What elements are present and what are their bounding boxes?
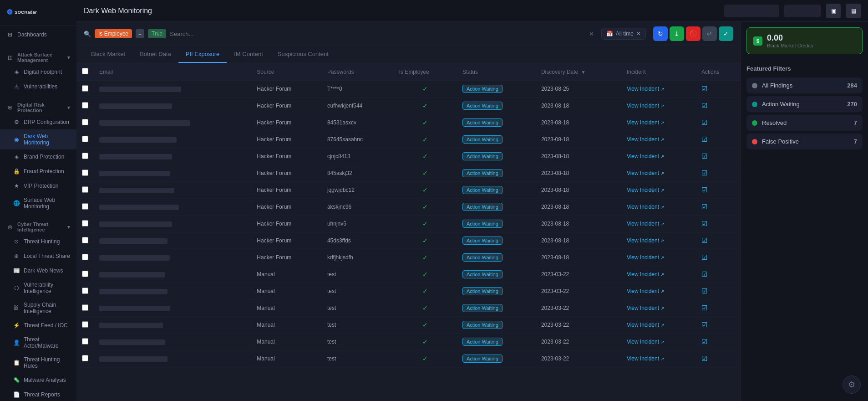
sidebar-item-dashboards[interactable]: ⊞ Dashboards bbox=[0, 27, 76, 42]
sidebar-item-local-threat-share[interactable]: ⊕ Local Threat Share bbox=[0, 249, 76, 263]
action-check-0[interactable]: ☑ bbox=[701, 85, 707, 93]
sidebar-item-vulnerabilities[interactable]: ⚠ Vulnerabilities bbox=[0, 79, 76, 94]
row-checkbox-8[interactable] bbox=[82, 220, 88, 226]
action-check-5[interactable]: ☑ bbox=[701, 169, 707, 177]
action-check-10[interactable]: ☑ bbox=[701, 253, 707, 261]
action-check-3[interactable]: ☑ bbox=[701, 135, 707, 143]
filter-tag-is-employee[interactable]: Is Employee bbox=[95, 29, 132, 38]
topbar-right: ▣ ▤ bbox=[724, 4, 861, 18]
filter-value-true[interactable]: True bbox=[148, 29, 166, 38]
action-check-9[interactable]: ☑ bbox=[701, 236, 707, 244]
search-clear-btn[interactable]: ✕ bbox=[589, 31, 594, 37]
row-checkbox-3[interactable] bbox=[82, 136, 88, 142]
filter-btn-refresh[interactable]: ↻ bbox=[653, 26, 668, 41]
view-incident-link-10[interactable]: View Incident ↗ bbox=[627, 254, 690, 261]
row-checkbox-0[interactable] bbox=[82, 85, 88, 92]
sidebar-item-digital-footprint[interactable]: ◈ Digital Footprint bbox=[0, 65, 76, 79]
sidebar-item-reports[interactable]: 📄 Threat Reports bbox=[0, 387, 76, 401]
view-incident-link-1[interactable]: View Incident ↗ bbox=[627, 103, 690, 109]
view-incident-link-16[interactable]: View Incident ↗ bbox=[627, 355, 690, 362]
sidebar-item-actor[interactable]: 👤 Threat Actor/Malware bbox=[0, 333, 76, 353]
sidebar-item-surface-web[interactable]: 🌐 Surface Web Monitoring bbox=[0, 193, 76, 213]
sidebar-item-brand-protection[interactable]: ◈ Brand Protection bbox=[0, 149, 76, 164]
sidebar-item-dark-web[interactable]: ◉ Dark Web Monitoring bbox=[0, 129, 76, 149]
action-check-12[interactable]: ☑ bbox=[701, 287, 707, 295]
view-incident-link-14[interactable]: View Incident ↗ bbox=[627, 322, 690, 328]
sidebar-item-drp-config[interactable]: ⚙ DRP Configuration bbox=[0, 115, 76, 129]
row-checkbox-13[interactable] bbox=[82, 304, 88, 311]
view-incident-link-7[interactable]: View Incident ↗ bbox=[627, 204, 690, 210]
view-incident-link-11[interactable]: View Incident ↗ bbox=[627, 271, 690, 278]
row-checkbox-7[interactable] bbox=[82, 203, 88, 210]
row-checkbox-9[interactable] bbox=[82, 237, 88, 243]
sidebar-item-cti[interactable]: ◎ Cyber Threat Intelligence ▾ bbox=[0, 217, 76, 234]
employee-check-icon: ✓ bbox=[422, 355, 428, 362]
action-check-16[interactable]: ☑ bbox=[701, 355, 707, 362]
view-incident-link-13[interactable]: View Incident ↗ bbox=[627, 305, 690, 311]
row-checkbox-15[interactable] bbox=[82, 338, 88, 344]
sidebar-item-hunting-rules[interactable]: 📋 Threat Hunting Rules bbox=[0, 353, 76, 373]
row-checkbox-4[interactable] bbox=[82, 153, 88, 159]
time-filter[interactable]: 📅 All time ✕ bbox=[601, 28, 646, 40]
tab-im-content[interactable]: IM Content bbox=[227, 46, 270, 63]
row-checkbox-11[interactable] bbox=[82, 271, 88, 277]
tab-botnet-data[interactable]: Botnet Data bbox=[132, 46, 178, 63]
row-checkbox-16[interactable] bbox=[82, 355, 88, 361]
tab-suspicious-content[interactable]: Suspicious Content bbox=[270, 46, 336, 63]
sidebar-item-vip[interactable]: ★ VIP Protection bbox=[0, 179, 76, 193]
sidebar-item-vuln-intel[interactable]: ⬡ Vulnerability Intelligence bbox=[0, 278, 76, 298]
action-check-4[interactable]: ☑ bbox=[701, 152, 707, 160]
action-check-2[interactable]: ☑ bbox=[701, 118, 707, 126]
row-checkbox-1[interactable] bbox=[82, 102, 88, 108]
view-incident-link-12[interactable]: View Incident ↗ bbox=[627, 288, 690, 294]
select-all-checkbox[interactable] bbox=[82, 68, 88, 74]
action-check-15[interactable]: ☑ bbox=[701, 338, 707, 345]
tab-pii-exposure[interactable]: PII Exposure bbox=[178, 46, 227, 63]
row-checkbox-2[interactable] bbox=[82, 119, 88, 125]
sidebar-item-drp[interactable]: ⛨ Digital Risk Protection ▾ bbox=[0, 98, 76, 115]
action-check-7[interactable]: ☑ bbox=[701, 203, 707, 211]
sidebar-item-threat-hunting[interactable]: ⊙ Threat Hunting bbox=[0, 234, 76, 249]
filter-item-action-waiting[interactable]: Action Waiting 270 bbox=[746, 96, 863, 112]
row-checkbox-10[interactable] bbox=[82, 254, 88, 260]
filter-btn-confirm[interactable]: ✓ bbox=[719, 26, 733, 41]
view-incident-link-4[interactable]: View Incident ↗ bbox=[627, 153, 690, 159]
view-incident-link-0[interactable]: View Incident ↗ bbox=[627, 86, 690, 92]
topbar-btn-1[interactable]: ▣ bbox=[826, 4, 841, 18]
settings-button[interactable]: ⚙ bbox=[843, 375, 861, 394]
search-icon[interactable]: 🔍 bbox=[84, 31, 91, 37]
view-incident-link-2[interactable]: View Incident ↗ bbox=[627, 119, 690, 126]
tab-black-market[interactable]: Black Market bbox=[84, 46, 132, 63]
action-check-6[interactable]: ☑ bbox=[701, 186, 707, 194]
row-checkbox-5[interactable] bbox=[82, 170, 88, 176]
sidebar-item-malware[interactable]: 🦠 Malware Analysis bbox=[0, 373, 76, 387]
row-checkbox-6[interactable] bbox=[82, 186, 88, 193]
filter-item-false-positive[interactable]: False Positive 7 bbox=[746, 134, 863, 149]
filter-btn-export[interactable]: ⤓ bbox=[670, 26, 684, 41]
topbar-btn-2[interactable]: ▤ bbox=[846, 4, 861, 18]
sidebar-item-fraud[interactable]: 🔒 Fraud Protection bbox=[0, 164, 76, 179]
row-checkbox-14[interactable] bbox=[82, 321, 88, 328]
view-incident-link-3[interactable]: View Incident ↗ bbox=[627, 136, 690, 143]
sidebar-item-ioc[interactable]: ⚡ Threat Feed / IOC bbox=[0, 318, 76, 333]
time-filter-clear[interactable]: ✕ bbox=[636, 31, 641, 37]
action-check-11[interactable]: ☑ bbox=[701, 270, 707, 278]
search-input[interactable] bbox=[170, 31, 585, 37]
sidebar-item-dark-web-news[interactable]: 📰 Dark Web News bbox=[0, 263, 76, 278]
view-incident-link-5[interactable]: View Incident ↗ bbox=[627, 170, 690, 176]
sidebar-item-supply-chain[interactable]: ⛓ Supply Chain Intelligence bbox=[0, 298, 76, 318]
view-incident-link-9[interactable]: View Incident ↗ bbox=[627, 237, 690, 244]
action-check-14[interactable]: ☑ bbox=[701, 321, 707, 329]
sidebar-item-attack-surface[interactable]: ◫ Attack Surface Management ▾ bbox=[0, 47, 76, 65]
view-incident-link-15[interactable]: View Incident ↗ bbox=[627, 339, 690, 345]
action-check-1[interactable]: ☑ bbox=[701, 102, 707, 109]
view-incident-link-8[interactable]: View Incident ↗ bbox=[627, 221, 690, 227]
filter-item-resolved[interactable]: Resolved 7 bbox=[746, 115, 863, 131]
action-check-8[interactable]: ☑ bbox=[701, 220, 707, 227]
filter-btn-delete[interactable]: 🚫 bbox=[686, 26, 700, 41]
filter-btn-more[interactable]: ↵ bbox=[702, 26, 717, 41]
filter-item-all-findings[interactable]: All Findings 284 bbox=[746, 77, 863, 93]
view-incident-link-6[interactable]: View Incident ↗ bbox=[627, 187, 690, 193]
action-check-13[interactable]: ☑ bbox=[701, 304, 707, 312]
row-checkbox-12[interactable] bbox=[82, 288, 88, 294]
